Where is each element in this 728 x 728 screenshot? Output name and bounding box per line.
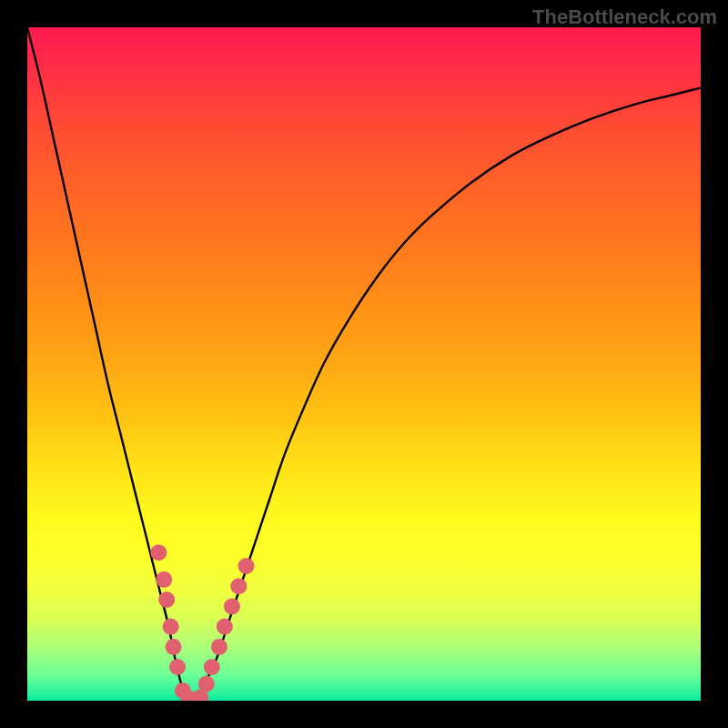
curve-marker xyxy=(158,592,175,608)
curve-marker xyxy=(230,578,247,594)
curve-marker xyxy=(224,598,240,614)
curve-marker xyxy=(217,619,233,635)
curve-markers xyxy=(150,544,254,701)
curve-marker xyxy=(238,558,255,574)
bottleneck-curve-line xyxy=(27,27,701,701)
curve-marker xyxy=(198,676,215,693)
bottleneck-curve-svg xyxy=(27,27,701,701)
curve-marker xyxy=(211,639,228,655)
watermark-text: TheBottleneck.com xyxy=(532,5,717,29)
curve-marker xyxy=(166,639,182,655)
chart-plot-area xyxy=(27,27,701,701)
curve-marker xyxy=(169,659,186,675)
curve-marker xyxy=(204,659,220,675)
curve-marker xyxy=(156,571,172,588)
curve-marker xyxy=(150,544,167,561)
curve-marker xyxy=(163,619,179,635)
